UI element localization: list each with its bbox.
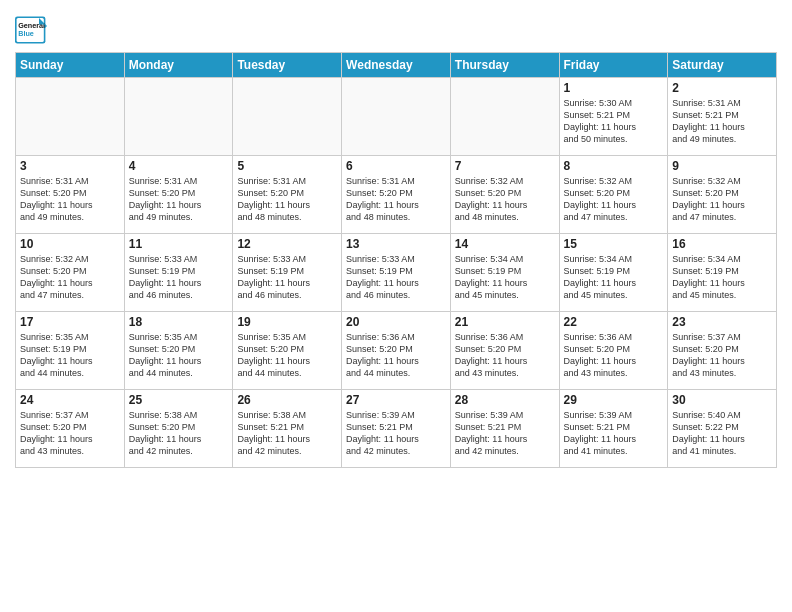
week-row-3: 10Sunrise: 5:32 AM Sunset: 5:20 PM Dayli… xyxy=(16,234,777,312)
day-number: 23 xyxy=(672,315,772,329)
day-info: Sunrise: 5:34 AM Sunset: 5:19 PM Dayligh… xyxy=(672,253,772,302)
day-number: 29 xyxy=(564,393,664,407)
day-info: Sunrise: 5:39 AM Sunset: 5:21 PM Dayligh… xyxy=(564,409,664,458)
calendar-cell: 13Sunrise: 5:33 AM Sunset: 5:19 PM Dayli… xyxy=(342,234,451,312)
day-info: Sunrise: 5:39 AM Sunset: 5:21 PM Dayligh… xyxy=(455,409,555,458)
calendar-cell: 24Sunrise: 5:37 AM Sunset: 5:20 PM Dayli… xyxy=(16,390,125,468)
day-info: Sunrise: 5:35 AM Sunset: 5:20 PM Dayligh… xyxy=(237,331,337,380)
day-number: 17 xyxy=(20,315,120,329)
weekday-header-monday: Monday xyxy=(124,53,233,78)
day-info: Sunrise: 5:33 AM Sunset: 5:19 PM Dayligh… xyxy=(346,253,446,302)
calendar-cell: 15Sunrise: 5:34 AM Sunset: 5:19 PM Dayli… xyxy=(559,234,668,312)
day-info: Sunrise: 5:32 AM Sunset: 5:20 PM Dayligh… xyxy=(20,253,120,302)
calendar-cell: 10Sunrise: 5:32 AM Sunset: 5:20 PM Dayli… xyxy=(16,234,125,312)
calendar-cell: 26Sunrise: 5:38 AM Sunset: 5:21 PM Dayli… xyxy=(233,390,342,468)
day-info: Sunrise: 5:31 AM Sunset: 5:21 PM Dayligh… xyxy=(672,97,772,146)
weekday-header-tuesday: Tuesday xyxy=(233,53,342,78)
week-row-2: 3Sunrise: 5:31 AM Sunset: 5:20 PM Daylig… xyxy=(16,156,777,234)
calendar-cell: 9Sunrise: 5:32 AM Sunset: 5:20 PM Daylig… xyxy=(668,156,777,234)
day-number: 15 xyxy=(564,237,664,251)
day-number: 19 xyxy=(237,315,337,329)
calendar-cell: 16Sunrise: 5:34 AM Sunset: 5:19 PM Dayli… xyxy=(668,234,777,312)
calendar-cell: 18Sunrise: 5:35 AM Sunset: 5:20 PM Dayli… xyxy=(124,312,233,390)
day-number: 1 xyxy=(564,81,664,95)
calendar-cell: 25Sunrise: 5:38 AM Sunset: 5:20 PM Dayli… xyxy=(124,390,233,468)
calendar-cell: 28Sunrise: 5:39 AM Sunset: 5:21 PM Dayli… xyxy=(450,390,559,468)
day-number: 4 xyxy=(129,159,229,173)
day-info: Sunrise: 5:40 AM Sunset: 5:22 PM Dayligh… xyxy=(672,409,772,458)
day-info: Sunrise: 5:31 AM Sunset: 5:20 PM Dayligh… xyxy=(20,175,120,224)
calendar-cell: 29Sunrise: 5:39 AM Sunset: 5:21 PM Dayli… xyxy=(559,390,668,468)
calendar-cell: 30Sunrise: 5:40 AM Sunset: 5:22 PM Dayli… xyxy=(668,390,777,468)
calendar-cell: 2Sunrise: 5:31 AM Sunset: 5:21 PM Daylig… xyxy=(668,78,777,156)
calendar-cell: 11Sunrise: 5:33 AM Sunset: 5:19 PM Dayli… xyxy=(124,234,233,312)
day-info: Sunrise: 5:32 AM Sunset: 5:20 PM Dayligh… xyxy=(672,175,772,224)
day-number: 20 xyxy=(346,315,446,329)
day-info: Sunrise: 5:34 AM Sunset: 5:19 PM Dayligh… xyxy=(455,253,555,302)
day-number: 21 xyxy=(455,315,555,329)
day-info: Sunrise: 5:37 AM Sunset: 5:20 PM Dayligh… xyxy=(20,409,120,458)
calendar-cell: 14Sunrise: 5:34 AM Sunset: 5:19 PM Dayli… xyxy=(450,234,559,312)
day-info: Sunrise: 5:36 AM Sunset: 5:20 PM Dayligh… xyxy=(564,331,664,380)
day-info: Sunrise: 5:31 AM Sunset: 5:20 PM Dayligh… xyxy=(346,175,446,224)
day-number: 16 xyxy=(672,237,772,251)
logo-icon: General Blue xyxy=(15,16,47,44)
week-row-5: 24Sunrise: 5:37 AM Sunset: 5:20 PM Dayli… xyxy=(16,390,777,468)
day-number: 6 xyxy=(346,159,446,173)
day-number: 30 xyxy=(672,393,772,407)
calendar-cell xyxy=(16,78,125,156)
calendar-cell: 12Sunrise: 5:33 AM Sunset: 5:19 PM Dayli… xyxy=(233,234,342,312)
calendar-cell: 23Sunrise: 5:37 AM Sunset: 5:20 PM Dayli… xyxy=(668,312,777,390)
week-row-1: 1Sunrise: 5:30 AM Sunset: 5:21 PM Daylig… xyxy=(16,78,777,156)
day-info: Sunrise: 5:38 AM Sunset: 5:21 PM Dayligh… xyxy=(237,409,337,458)
calendar-cell: 4Sunrise: 5:31 AM Sunset: 5:20 PM Daylig… xyxy=(124,156,233,234)
day-info: Sunrise: 5:36 AM Sunset: 5:20 PM Dayligh… xyxy=(346,331,446,380)
calendar-cell xyxy=(342,78,451,156)
day-number: 9 xyxy=(672,159,772,173)
calendar-cell xyxy=(450,78,559,156)
day-number: 24 xyxy=(20,393,120,407)
calendar-cell: 7Sunrise: 5:32 AM Sunset: 5:20 PM Daylig… xyxy=(450,156,559,234)
day-info: Sunrise: 5:35 AM Sunset: 5:19 PM Dayligh… xyxy=(20,331,120,380)
day-info: Sunrise: 5:32 AM Sunset: 5:20 PM Dayligh… xyxy=(564,175,664,224)
calendar-cell: 27Sunrise: 5:39 AM Sunset: 5:21 PM Dayli… xyxy=(342,390,451,468)
calendar-cell: 20Sunrise: 5:36 AM Sunset: 5:20 PM Dayli… xyxy=(342,312,451,390)
calendar-cell: 5Sunrise: 5:31 AM Sunset: 5:20 PM Daylig… xyxy=(233,156,342,234)
day-info: Sunrise: 5:32 AM Sunset: 5:20 PM Dayligh… xyxy=(455,175,555,224)
day-number: 12 xyxy=(237,237,337,251)
calendar-cell: 1Sunrise: 5:30 AM Sunset: 5:21 PM Daylig… xyxy=(559,78,668,156)
calendar-cell xyxy=(124,78,233,156)
weekday-header-sunday: Sunday xyxy=(16,53,125,78)
weekday-header-wednesday: Wednesday xyxy=(342,53,451,78)
day-info: Sunrise: 5:35 AM Sunset: 5:20 PM Dayligh… xyxy=(129,331,229,380)
weekday-header-saturday: Saturday xyxy=(668,53,777,78)
calendar-cell: 21Sunrise: 5:36 AM Sunset: 5:20 PM Dayli… xyxy=(450,312,559,390)
logo: General Blue xyxy=(15,16,47,44)
calendar-cell: 8Sunrise: 5:32 AM Sunset: 5:20 PM Daylig… xyxy=(559,156,668,234)
day-number: 8 xyxy=(564,159,664,173)
day-info: Sunrise: 5:31 AM Sunset: 5:20 PM Dayligh… xyxy=(129,175,229,224)
day-info: Sunrise: 5:38 AM Sunset: 5:20 PM Dayligh… xyxy=(129,409,229,458)
day-number: 2 xyxy=(672,81,772,95)
day-number: 14 xyxy=(455,237,555,251)
day-number: 5 xyxy=(237,159,337,173)
day-number: 7 xyxy=(455,159,555,173)
day-info: Sunrise: 5:31 AM Sunset: 5:20 PM Dayligh… xyxy=(237,175,337,224)
day-number: 22 xyxy=(564,315,664,329)
day-info: Sunrise: 5:33 AM Sunset: 5:19 PM Dayligh… xyxy=(129,253,229,302)
calendar-table: SundayMondayTuesdayWednesdayThursdayFrid… xyxy=(15,52,777,468)
svg-text:Blue: Blue xyxy=(18,29,34,38)
day-info: Sunrise: 5:37 AM Sunset: 5:20 PM Dayligh… xyxy=(672,331,772,380)
day-number: 25 xyxy=(129,393,229,407)
day-number: 3 xyxy=(20,159,120,173)
day-number: 26 xyxy=(237,393,337,407)
day-info: Sunrise: 5:36 AM Sunset: 5:20 PM Dayligh… xyxy=(455,331,555,380)
day-info: Sunrise: 5:34 AM Sunset: 5:19 PM Dayligh… xyxy=(564,253,664,302)
day-info: Sunrise: 5:30 AM Sunset: 5:21 PM Dayligh… xyxy=(564,97,664,146)
day-info: Sunrise: 5:33 AM Sunset: 5:19 PM Dayligh… xyxy=(237,253,337,302)
weekday-header-friday: Friday xyxy=(559,53,668,78)
day-number: 10 xyxy=(20,237,120,251)
calendar-cell: 3Sunrise: 5:31 AM Sunset: 5:20 PM Daylig… xyxy=(16,156,125,234)
calendar-cell xyxy=(233,78,342,156)
day-number: 11 xyxy=(129,237,229,251)
